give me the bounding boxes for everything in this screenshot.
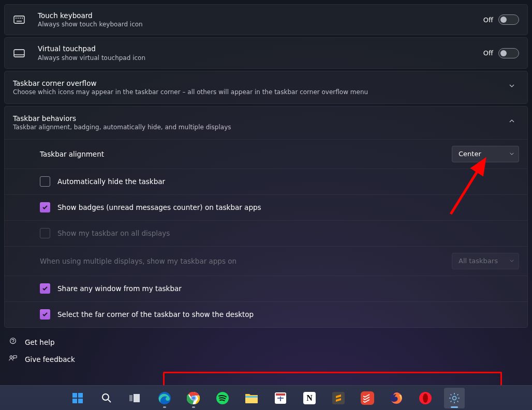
help-icon: [8, 337, 18, 348]
multi-displays-value: All taskbars: [459, 257, 498, 265]
chevron-up-icon: [505, 114, 519, 128]
multi-displays-select: All taskbars: [452, 253, 519, 269]
taskbar-start[interactable]: [67, 388, 88, 408]
svg-rect-14: [78, 393, 83, 398]
svg-rect-11: [13, 355, 17, 358]
all-displays-checkbox: [40, 228, 50, 238]
svg-point-10: [10, 356, 12, 358]
touchpad-icon: [13, 47, 25, 59]
taskbar-sublime[interactable]: [328, 388, 349, 408]
row-touch-keyboard: Touch keyboard Always show touch keyboar…: [5, 5, 527, 35]
row-overflow[interactable]: Taskbar corner overflow Choose which ico…: [5, 71, 527, 103]
svg-rect-19: [129, 395, 132, 401]
taskbar-firefox[interactable]: [386, 388, 407, 408]
chevron-down-icon: [505, 79, 519, 93]
behaviors-sub: Taskbar alignment, badging, automaticall…: [13, 123, 498, 131]
far-corner-checkbox[interactable]: [40, 309, 50, 320]
taskbar-search[interactable]: [96, 388, 117, 408]
taskbar-spotify[interactable]: [212, 388, 233, 408]
svg-point-17: [102, 394, 109, 400]
multi-displays-label: When using multiple displays, show my ta…: [40, 256, 452, 266]
svg-rect-15: [72, 399, 77, 403]
touch-keyboard-sub: Always show touch keyboard icon: [38, 20, 483, 28]
virtual-touchpad-title: Virtual touchpad: [38, 44, 483, 53]
badges-checkbox[interactable]: [40, 202, 50, 212]
feedback-icon: [8, 354, 18, 365]
auto-hide-checkbox[interactable]: [40, 176, 50, 187]
virtual-touchpad-state: Off: [483, 49, 493, 57]
overflow-sub: Choose which icons may appear in the tas…: [13, 88, 498, 96]
row-behaviors-header[interactable]: Taskbar behaviors Taskbar alignment, bad…: [5, 107, 527, 139]
taskbar-opera[interactable]: [415, 388, 436, 408]
svg-point-9: [13, 342, 13, 343]
touch-keyboard-toggle[interactable]: [498, 14, 519, 25]
overflow-title: Taskbar corner overflow: [13, 79, 498, 88]
touch-keyboard-state: Off: [483, 16, 493, 24]
svg-rect-16: [78, 399, 83, 403]
svg-rect-30: [276, 393, 285, 396]
alignment-label: Taskbar alignment: [40, 149, 452, 159]
alignment-select[interactable]: Center: [452, 146, 519, 162]
share-window-checkbox[interactable]: [40, 283, 50, 294]
svg-point-34: [423, 393, 428, 403]
row-badges: Show badges (unread messages counter) on…: [5, 194, 527, 220]
svg-rect-28: [245, 396, 258, 398]
feedback-label: Give feedback: [25, 355, 75, 363]
svg-point-35: [453, 396, 456, 400]
row-far-corner: Select the far corner of the taskbar to …: [5, 301, 527, 327]
taskbar-notion[interactable]: N: [299, 388, 320, 408]
taskbar-snipping-tool[interactable]: [270, 388, 291, 408]
svg-point-25: [192, 396, 195, 399]
chevron-down-icon: [509, 150, 514, 158]
row-multi-displays: When using multiple displays, show my ta…: [5, 246, 527, 276]
badges-label: Show badges (unread messages counter) on…: [57, 203, 261, 212]
all-displays-label: Show my taskbar on all displays: [57, 229, 170, 238]
taskbar-todoist[interactable]: [357, 388, 378, 408]
far-corner-label: Select the far corner of the taskbar to …: [57, 310, 254, 319]
chevron-down-icon: [509, 257, 514, 265]
alignment-value: Center: [459, 150, 481, 158]
svg-rect-0: [14, 16, 24, 23]
touch-keyboard-title: Touch keyboard: [38, 11, 483, 20]
get-help-link[interactable]: Get help: [5, 334, 527, 351]
virtual-touchpad-sub: Always show virtual touchpad icon: [38, 54, 483, 62]
share-window-label: Share any window from my taskbar: [57, 284, 182, 293]
give-feedback-link[interactable]: Give feedback: [5, 351, 527, 368]
svg-line-18: [108, 400, 111, 402]
svg-rect-20: [134, 394, 140, 402]
taskbar-edge[interactable]: [154, 388, 175, 408]
taskbar-task-view[interactable]: [125, 388, 146, 408]
row-alignment: Taskbar alignment Center: [5, 139, 527, 169]
virtual-touchpad-toggle[interactable]: [498, 48, 519, 58]
keyboard-icon: [13, 13, 25, 26]
behaviors-title: Taskbar behaviors: [13, 114, 498, 123]
taskbar: N: [0, 385, 532, 410]
row-virtual-touchpad: Virtual touchpad Always show virtual tou…: [5, 38, 527, 68]
row-all-displays: Show my taskbar on all displays: [5, 220, 527, 246]
svg-rect-13: [72, 393, 77, 398]
taskbar-chrome[interactable]: [183, 388, 204, 408]
row-auto-hide: Automatically hide the taskbar: [5, 169, 527, 194]
taskbar-file-explorer[interactable]: [241, 388, 262, 408]
auto-hide-label: Automatically hide the taskbar: [57, 177, 165, 186]
row-share-window: Share any window from my taskbar: [5, 276, 527, 301]
svg-rect-6: [14, 50, 24, 57]
help-label: Get help: [25, 338, 55, 346]
taskbar-settings[interactable]: [444, 388, 465, 408]
